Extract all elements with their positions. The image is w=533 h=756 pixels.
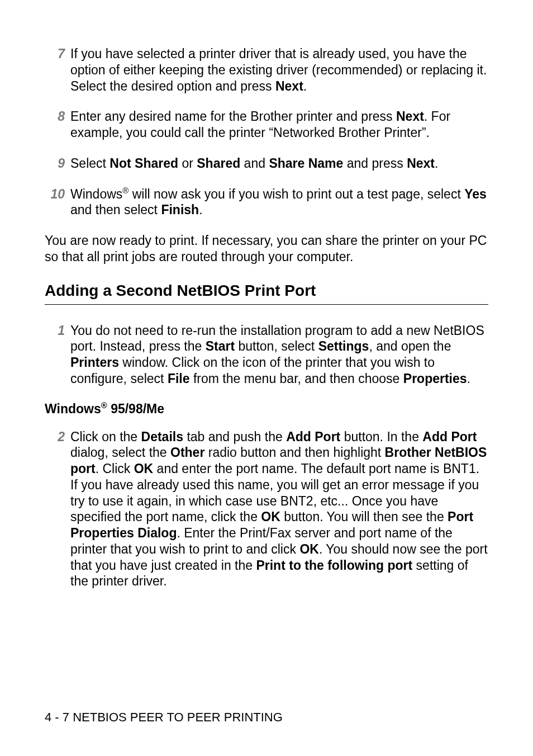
step-body: You do not need to re-run the installati…: [70, 323, 488, 387]
step-7: 7If you have selected a printer driver t…: [45, 46, 488, 94]
step-number: 1: [45, 323, 70, 387]
step-body: Windows® will now ask you if you wish to…: [70, 186, 488, 219]
step-number: 8: [45, 108, 70, 141]
step-2: 2Click on the Details tab and push the A…: [45, 429, 488, 590]
step-number: 2: [45, 429, 70, 590]
step-8: 8Enter any desired name for the Brother …: [45, 108, 488, 141]
subheading-windows: Windows® 95/98/Me: [45, 401, 488, 417]
heading-rule: [45, 304, 488, 305]
step-number: 7: [45, 46, 70, 94]
step-number: 10: [45, 186, 70, 219]
step-1: 1You do not need to re-run the installat…: [45, 323, 488, 387]
step-9: 9Select Not Shared or Shared and Share N…: [45, 155, 488, 172]
step-body: Click on the Details tab and push the Ad…: [70, 429, 488, 590]
step-body: Select Not Shared or Shared and Share Na…: [70, 155, 488, 172]
paragraph-ready: You are now ready to print. If necessary…: [45, 233, 488, 265]
step-body: Enter any desired name for the Brother p…: [70, 108, 488, 141]
page-footer: 4 - 7 NETBIOS PEER TO PEER PRINTING: [45, 710, 283, 725]
step-10: 10Windows® will now ask you if you wish …: [45, 186, 488, 219]
step-body: If you have selected a printer driver th…: [70, 46, 488, 94]
section-heading: Adding a Second NetBIOS Print Port: [45, 282, 488, 300]
step-number: 9: [45, 155, 70, 172]
